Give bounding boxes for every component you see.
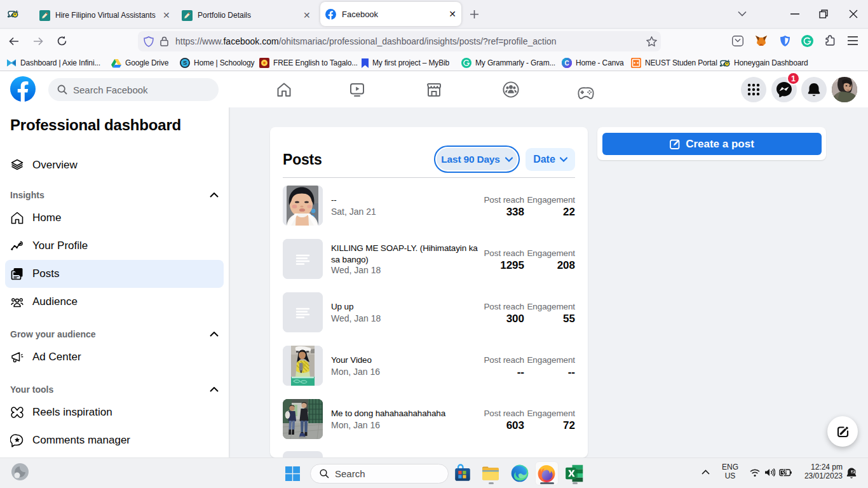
- svg-text:C: C: [564, 60, 569, 67]
- svg-text:S: S: [183, 59, 187, 66]
